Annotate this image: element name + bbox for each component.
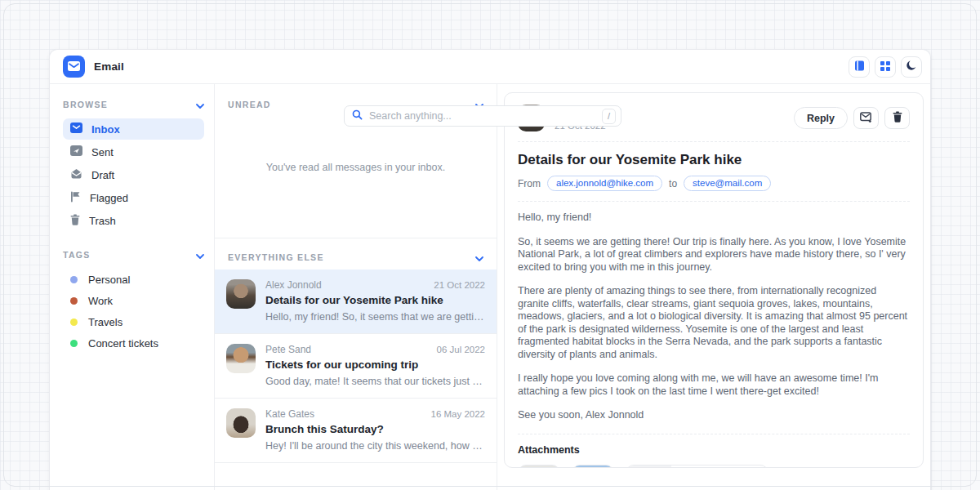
avatar: [226, 408, 256, 438]
email-preview: Good day, mate! It seems that our ticket…: [265, 376, 485, 387]
email-sender: Alex Jonnold: [265, 279, 322, 291]
attachment-photo-thumbnail[interactable]: [518, 465, 560, 469]
sidebar-item-label: Inbox: [91, 123, 120, 136]
inbox-icon: [70, 122, 82, 136]
tag-dot-icon: [70, 318, 78, 326]
email-list-item[interactable]: Alex Jonnold 21 Oct 2022 Details for our…: [215, 270, 497, 334]
email-preview: Hello, my friend! So, it seems that we a…: [265, 311, 485, 323]
trash-icon: [70, 214, 80, 228]
body-paragraph: So, it seems we are getting there! Our t…: [518, 236, 910, 274]
search-input[interactable]: [369, 110, 595, 122]
tag-dot-icon: [70, 340, 78, 347]
to-label: to: [669, 178, 677, 189]
envelope-logo-icon: [68, 60, 80, 74]
email-detail-card: Alex Jonnold 21 Oct 2022 Reply: [504, 92, 924, 468]
email-date: 16 May 2022: [431, 409, 486, 419]
avatar: [226, 279, 256, 309]
from-label: From: [518, 178, 541, 189]
sidebar-item-flagged[interactable]: Flagged: [63, 187, 204, 208]
tag-label: Travels: [88, 316, 122, 328]
body-paragraph: See you soon, Alex Jonnold: [518, 409, 910, 422]
app-header: Email: [50, 50, 930, 84]
forward-mail-button[interactable]: [853, 107, 879, 129]
apps-button[interactable]: [875, 56, 896, 78]
sidebar-item-inbox[interactable]: Inbox: [63, 118, 204, 140]
divider: [518, 201, 910, 202]
email-list-column: UNREAD You've read all messages in your …: [215, 84, 497, 490]
from-email-chip[interactable]: alex.jonnold@hike.com: [547, 176, 662, 191]
moon-icon: [906, 60, 917, 74]
sidebar-item-draft[interactable]: Draft: [63, 164, 204, 185]
reply-button[interactable]: Reply: [794, 107, 848, 129]
sidebar-item-label: Trash: [89, 215, 116, 227]
grid-icon: [880, 60, 890, 74]
draft-icon: [70, 168, 82, 181]
email-subject: Brunch this Saturday?: [265, 423, 485, 435]
app-title: Email: [94, 60, 124, 73]
avatar: [226, 344, 256, 373]
sidebar-item-label: Draft: [91, 169, 114, 181]
sidebar-item-trash[interactable]: Trash: [63, 210, 204, 231]
tag-item-concert-tickets[interactable]: Concert tickets: [63, 332, 204, 354]
chevron-down-icon[interactable]: [196, 97, 204, 112]
sidebar-item-label: Flagged: [90, 192, 128, 204]
mail-plus-icon: [860, 111, 872, 126]
email-app-window: Email /: [49, 49, 931, 490]
unread-empty-message: You've read all messages in your inbox.: [228, 118, 483, 216]
attachments-label: Attachments: [518, 444, 910, 456]
attachment-file-card[interactable]: videos-hike.zip 100 MB: [626, 465, 768, 469]
body-paragraph: Hello, my friend!: [518, 212, 910, 225]
tag-item-travels[interactable]: Travels: [63, 311, 204, 332]
chevron-down-icon[interactable]: [196, 247, 204, 262]
email-sender: Pete Sand: [265, 344, 311, 355]
tag-label: Work: [88, 295, 113, 307]
chevron-down-icon[interactable]: [475, 250, 483, 265]
search-icon: [352, 109, 363, 123]
tag-label: Personal: [88, 274, 130, 286]
attachment-photo-thumbnail[interactable]: [572, 465, 614, 469]
email-subject: Tickets for our upcoming trip: [265, 359, 485, 371]
delete-mail-button[interactable]: [884, 107, 910, 129]
sidebar-item-sent[interactable]: Sent: [63, 141, 204, 163]
flag-icon: [70, 191, 81, 205]
tags-section-label: TAGS: [63, 250, 91, 260]
search-shortcut-badge: /: [602, 109, 616, 124]
email-body: Hello, my friend! So, it seems we are ge…: [518, 212, 910, 422]
body-paragraph: I really hope you love coming along with…: [518, 372, 910, 398]
email-sender: Kate Gates: [265, 408, 314, 420]
body-paragraph: There are plenty of amazing things to se…: [518, 285, 910, 361]
sent-icon: [70, 145, 82, 158]
tag-dot-icon: [70, 297, 78, 305]
to-email-chip[interactable]: steve@mail.com: [684, 176, 771, 191]
unread-section-label: UNREAD: [228, 100, 271, 109]
tag-dot-icon: [70, 276, 78, 283]
email-date: 21 Oct 2022: [434, 280, 485, 290]
search-bar[interactable]: /: [344, 105, 621, 127]
library-button[interactable]: [849, 56, 870, 78]
sidebar: BROWSE Inbox Sent: [50, 84, 215, 490]
tag-item-personal[interactable]: Personal: [63, 269, 204, 290]
tag-item-work[interactable]: Work: [63, 290, 204, 311]
divider: [518, 141, 910, 142]
email-list-item[interactable]: Pete Sand 06 Jul 2022 Tickets for our up…: [215, 334, 497, 399]
detail-subject: Details for our Yosemite Park hike: [518, 152, 910, 168]
trash-icon: [893, 111, 902, 126]
email-subject: Details for our Yosemite Park hike: [265, 294, 485, 306]
email-detail-pane: Alex Jonnold 21 Oct 2022 Reply: [497, 84, 930, 490]
email-list-item[interactable]: Kate Gates 16 May 2022 Brunch this Satur…: [215, 399, 497, 463]
everything-else-section-label: EVERYTHING ELSE: [228, 252, 324, 262]
app-logo: [63, 56, 85, 78]
browse-section-label: BROWSE: [63, 100, 108, 109]
sidebar-item-label: Sent: [91, 146, 114, 158]
email-date: 06 Jul 2022: [437, 345, 485, 354]
book-icon: [854, 60, 865, 74]
email-preview: Hey! I'll be around the city this weeken…: [265, 440, 485, 452]
divider: [518, 434, 910, 434]
dark-mode-toggle[interactable]: [901, 56, 922, 78]
tag-label: Concert tickets: [88, 337, 158, 350]
